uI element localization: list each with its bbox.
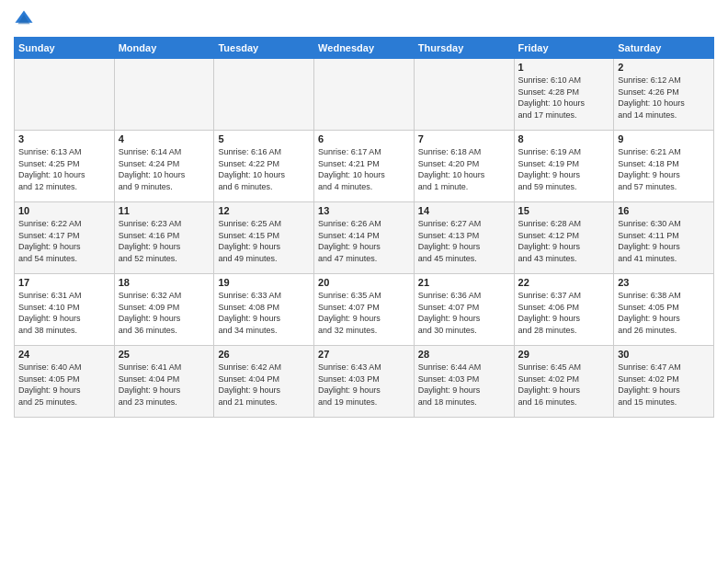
day-number: 2 xyxy=(618,62,710,73)
day-info: Sunrise: 6:10 AM Sunset: 4:28 PM Dayligh… xyxy=(518,75,610,121)
day-info: Sunrise: 6:12 AM Sunset: 4:26 PM Dayligh… xyxy=(618,75,710,121)
day-number: 5 xyxy=(218,133,310,144)
day-info: Sunrise: 6:31 AM Sunset: 4:10 PM Dayligh… xyxy=(18,290,110,336)
day-info: Sunrise: 6:42 AM Sunset: 4:04 PM Dayligh… xyxy=(218,362,310,408)
page-header xyxy=(14,9,714,29)
day-info: Sunrise: 6:19 AM Sunset: 4:19 PM Dayligh… xyxy=(518,146,610,192)
day-info: Sunrise: 6:37 AM Sunset: 4:06 PM Dayligh… xyxy=(518,290,610,336)
calendar-cell xyxy=(314,59,415,131)
day-number: 13 xyxy=(318,205,410,216)
calendar-cell: 4Sunrise: 6:14 AM Sunset: 4:24 PM Daylig… xyxy=(114,131,214,202)
day-info: Sunrise: 6:35 AM Sunset: 4:07 PM Dayligh… xyxy=(318,290,410,336)
day-number: 21 xyxy=(418,277,510,288)
day-number: 18 xyxy=(119,277,210,288)
day-info: Sunrise: 6:33 AM Sunset: 4:08 PM Dayligh… xyxy=(218,290,310,336)
weekday-header-friday: Friday xyxy=(514,38,614,59)
calendar-cell: 18Sunrise: 6:32 AM Sunset: 4:09 PM Dayli… xyxy=(114,274,214,346)
day-number: 22 xyxy=(518,277,610,288)
day-number: 26 xyxy=(218,349,310,360)
day-info: Sunrise: 6:25 AM Sunset: 4:15 PM Dayligh… xyxy=(218,218,310,264)
week-row-3: 10Sunrise: 6:22 AM Sunset: 4:17 PM Dayli… xyxy=(15,202,714,274)
calendar-cell: 23Sunrise: 6:38 AM Sunset: 4:05 PM Dayli… xyxy=(614,274,714,346)
week-row-4: 17Sunrise: 6:31 AM Sunset: 4:10 PM Dayli… xyxy=(15,274,714,346)
day-number: 19 xyxy=(218,277,310,288)
weekday-header-thursday: Thursday xyxy=(414,38,514,59)
logo-icon xyxy=(14,9,34,29)
day-info: Sunrise: 6:28 AM Sunset: 4:12 PM Dayligh… xyxy=(518,218,610,264)
calendar-cell xyxy=(15,59,115,131)
day-number: 16 xyxy=(618,205,710,216)
day-info: Sunrise: 6:41 AM Sunset: 4:04 PM Dayligh… xyxy=(119,362,210,408)
calendar-cell: 20Sunrise: 6:35 AM Sunset: 4:07 PM Dayli… xyxy=(314,274,415,346)
calendar-cell xyxy=(414,59,514,131)
calendar-cell: 5Sunrise: 6:16 AM Sunset: 4:22 PM Daylig… xyxy=(214,131,314,202)
weekday-header-sunday: Sunday xyxy=(15,38,115,59)
header-row: SundayMondayTuesdayWednesdayThursdayFrid… xyxy=(15,38,714,59)
day-info: Sunrise: 6:36 AM Sunset: 4:07 PM Dayligh… xyxy=(418,290,510,336)
day-number: 25 xyxy=(119,349,210,360)
calendar-cell: 15Sunrise: 6:28 AM Sunset: 4:12 PM Dayli… xyxy=(514,202,614,274)
day-number: 10 xyxy=(18,205,110,216)
day-info: Sunrise: 6:40 AM Sunset: 4:05 PM Dayligh… xyxy=(18,362,110,408)
logo xyxy=(14,9,38,29)
day-info: Sunrise: 6:43 AM Sunset: 4:03 PM Dayligh… xyxy=(318,362,410,408)
calendar-table: SundayMondayTuesdayWednesdayThursdayFrid… xyxy=(14,37,714,418)
day-number: 4 xyxy=(119,133,210,144)
day-info: Sunrise: 6:16 AM Sunset: 4:22 PM Dayligh… xyxy=(218,146,310,192)
day-info: Sunrise: 6:17 AM Sunset: 4:21 PM Dayligh… xyxy=(318,146,410,192)
calendar-cell: 1Sunrise: 6:10 AM Sunset: 4:28 PM Daylig… xyxy=(514,59,614,131)
week-row-1: 1Sunrise: 6:10 AM Sunset: 4:28 PM Daylig… xyxy=(15,59,714,131)
calendar-cell: 10Sunrise: 6:22 AM Sunset: 4:17 PM Dayli… xyxy=(15,202,115,274)
calendar-cell: 7Sunrise: 6:18 AM Sunset: 4:20 PM Daylig… xyxy=(414,131,514,202)
day-number: 17 xyxy=(18,277,110,288)
day-number: 20 xyxy=(318,277,410,288)
day-info: Sunrise: 6:38 AM Sunset: 4:05 PM Dayligh… xyxy=(618,290,710,336)
calendar-cell: 16Sunrise: 6:30 AM Sunset: 4:11 PM Dayli… xyxy=(614,202,714,274)
calendar-cell: 17Sunrise: 6:31 AM Sunset: 4:10 PM Dayli… xyxy=(15,274,115,346)
day-number: 3 xyxy=(18,133,110,144)
calendar-cell: 11Sunrise: 6:23 AM Sunset: 4:16 PM Dayli… xyxy=(114,202,214,274)
calendar-cell xyxy=(114,59,214,131)
week-row-2: 3Sunrise: 6:13 AM Sunset: 4:25 PM Daylig… xyxy=(15,131,714,202)
calendar-cell xyxy=(214,59,314,131)
day-number: 15 xyxy=(518,205,610,216)
weekday-header-monday: Monday xyxy=(114,38,214,59)
day-info: Sunrise: 6:27 AM Sunset: 4:13 PM Dayligh… xyxy=(418,218,510,264)
day-info: Sunrise: 6:23 AM Sunset: 4:16 PM Dayligh… xyxy=(119,218,210,264)
day-number: 8 xyxy=(518,133,610,144)
weekday-header-wednesday: Wednesday xyxy=(314,38,415,59)
day-info: Sunrise: 6:45 AM Sunset: 4:02 PM Dayligh… xyxy=(518,362,610,408)
calendar-cell: 13Sunrise: 6:26 AM Sunset: 4:14 PM Dayli… xyxy=(314,202,415,274)
calendar-cell: 14Sunrise: 6:27 AM Sunset: 4:13 PM Dayli… xyxy=(414,202,514,274)
day-number: 24 xyxy=(18,349,110,360)
week-row-5: 24Sunrise: 6:40 AM Sunset: 4:05 PM Dayli… xyxy=(15,346,714,418)
day-info: Sunrise: 6:18 AM Sunset: 4:20 PM Dayligh… xyxy=(418,146,510,192)
calendar-cell: 29Sunrise: 6:45 AM Sunset: 4:02 PM Dayli… xyxy=(514,346,614,418)
day-number: 28 xyxy=(418,349,510,360)
calendar-cell: 3Sunrise: 6:13 AM Sunset: 4:25 PM Daylig… xyxy=(15,131,115,202)
calendar-cell: 27Sunrise: 6:43 AM Sunset: 4:03 PM Dayli… xyxy=(314,346,415,418)
day-info: Sunrise: 6:14 AM Sunset: 4:24 PM Dayligh… xyxy=(119,146,210,192)
calendar-cell: 6Sunrise: 6:17 AM Sunset: 4:21 PM Daylig… xyxy=(314,131,415,202)
day-number: 29 xyxy=(518,349,610,360)
calendar-cell: 8Sunrise: 6:19 AM Sunset: 4:19 PM Daylig… xyxy=(514,131,614,202)
day-info: Sunrise: 6:21 AM Sunset: 4:18 PM Dayligh… xyxy=(618,146,710,192)
day-info: Sunrise: 6:22 AM Sunset: 4:17 PM Dayligh… xyxy=(18,218,110,264)
day-info: Sunrise: 6:47 AM Sunset: 4:02 PM Dayligh… xyxy=(618,362,710,408)
calendar-cell: 21Sunrise: 6:36 AM Sunset: 4:07 PM Dayli… xyxy=(414,274,514,346)
calendar-cell: 2Sunrise: 6:12 AM Sunset: 4:26 PM Daylig… xyxy=(614,59,714,131)
day-number: 12 xyxy=(218,205,310,216)
calendar-cell: 24Sunrise: 6:40 AM Sunset: 4:05 PM Dayli… xyxy=(15,346,115,418)
day-info: Sunrise: 6:13 AM Sunset: 4:25 PM Dayligh… xyxy=(18,146,110,192)
weekday-header-saturday: Saturday xyxy=(614,38,714,59)
day-info: Sunrise: 6:44 AM Sunset: 4:03 PM Dayligh… xyxy=(418,362,510,408)
day-info: Sunrise: 6:30 AM Sunset: 4:11 PM Dayligh… xyxy=(618,218,710,264)
day-info: Sunrise: 6:26 AM Sunset: 4:14 PM Dayligh… xyxy=(318,218,410,264)
calendar-cell: 28Sunrise: 6:44 AM Sunset: 4:03 PM Dayli… xyxy=(414,346,514,418)
page-container: SundayMondayTuesdayWednesdayThursdayFrid… xyxy=(0,0,728,422)
calendar-cell: 12Sunrise: 6:25 AM Sunset: 4:15 PM Dayli… xyxy=(214,202,314,274)
day-number: 9 xyxy=(618,133,710,144)
day-number: 23 xyxy=(618,277,710,288)
day-number: 6 xyxy=(318,133,410,144)
day-number: 11 xyxy=(119,205,210,216)
